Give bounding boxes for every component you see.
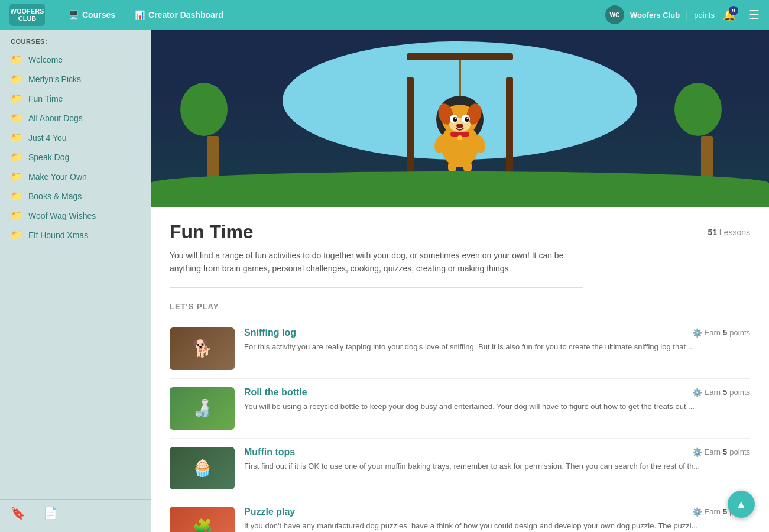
lesson-title-row: Roll the bottle ⚙️ Earn 5 points — [244, 387, 750, 398]
section-label: LET'S PLAY — [170, 302, 750, 311]
lesson-title: Roll the bottle — [244, 387, 307, 398]
sidebar-item-all-about-dogs[interactable]: 📁All About Dogs — [0, 108, 151, 128]
sidebar-item-label: All About Dogs — [28, 113, 83, 123]
nav-right: WC Woofers Club | points 🔔 9 ☰ — [605, 5, 760, 24]
sidebar-item-elf-hound-xmas[interactable]: 📁Elf Hound Xmas — [0, 225, 151, 245]
svg-point-13 — [457, 135, 462, 140]
svg-point-10 — [467, 118, 469, 119]
course-title: Fun Time — [170, 221, 254, 243]
lesson-description: You will be using a recycled bottle to k… — [244, 401, 750, 413]
lesson-thumbnail-puzzle-play: 🧩 — [170, 507, 235, 532]
lesson-item-muffin-tops[interactable]: 🧁 Muffin tops ⚙️ Earn 5 points First fin… — [170, 439, 750, 498]
folder-icon: 📁 — [11, 210, 22, 221]
lesson-item-puzzle-play[interactable]: 🧩 Puzzle play ⚙️ Earn 5 points If you do… — [170, 498, 750, 532]
sidebar-bottom: 🔖 📄 — [0, 499, 151, 526]
lesson-item-roll-the-bottle[interactable]: 🍶 Roll the bottle ⚙️ Earn 5 points You w… — [170, 379, 750, 439]
sidebar-section-label: COURSES: — [0, 38, 151, 50]
tree-left — [198, 83, 228, 177]
sidebar-item-woof-wag-wishes[interactable]: 📁Woof Wag Wishes — [0, 206, 151, 225]
sidebar-item-label: Merlyn's Picks — [28, 74, 81, 84]
svg-rect-15 — [463, 161, 472, 172]
sidebar: COURSES: 📁Welcome📁Merlyn's Picks📁Fun Tim… — [0, 30, 151, 532]
points-gear-icon: ⚙️ — [692, 447, 702, 457]
swing-post-left — [407, 77, 414, 183]
fab-button[interactable]: ▲ — [728, 491, 755, 518]
tree-top-left — [180, 83, 228, 136]
course-description: You will find a range of fun activities … — [170, 249, 583, 288]
lesson-title-row: Puzzle play ⚙️ Earn 5 points — [244, 507, 750, 517]
svg-rect-14 — [448, 161, 456, 172]
lessons-label: Lessons — [719, 228, 750, 237]
earn-points: ⚙️ Earn 5 points — [692, 447, 750, 457]
hero-ground — [151, 171, 769, 207]
sidebar-item-merlyns-picks[interactable]: 📁Merlyn's Picks — [0, 69, 151, 89]
points-number: 5 — [723, 388, 727, 397]
content-area: Fun Time 51 Lessons You will find a rang… — [151, 30, 769, 532]
earn-label: Earn — [705, 388, 721, 397]
earn-points: ⚙️ Earn 5 points — [692, 328, 750, 338]
lesson-title: Sniffing log — [244, 327, 296, 338]
dog-character — [424, 80, 495, 174]
sidebar-item-speak-dog[interactable]: 📁Speak Dog — [0, 147, 151, 167]
folder-icon: 📁 — [11, 112, 22, 124]
document-icon[interactable]: 📄 — [43, 506, 58, 520]
folder-icon: 📁 — [11, 132, 22, 143]
avatar[interactable]: WC — [605, 5, 624, 24]
sidebar-item-label: Welcome — [28, 55, 63, 64]
points-gear-icon: ⚙️ — [692, 388, 702, 397]
points-text: points — [729, 328, 750, 337]
points-label: points — [694, 11, 715, 20]
sidebar-item-books-mags[interactable]: 📁Books & Mags — [0, 186, 151, 206]
lesson-thumbnail-roll-the-bottle: 🍶 — [170, 387, 235, 430]
hamburger-menu[interactable]: ☰ — [749, 8, 760, 22]
notification-bell[interactable]: 🔔 9 — [721, 6, 738, 24]
sidebar-item-label: Books & Mags — [28, 192, 82, 201]
creator-dashboard-label: Creator Dashboard — [148, 10, 223, 20]
user-label: Woofers Club — [630, 11, 680, 20]
folder-icon: 📁 — [11, 229, 22, 241]
courses-nav-link[interactable]: 🖥️ Courses — [59, 10, 125, 20]
lesson-thumbnail-muffin-tops: 🧁 — [170, 447, 235, 489]
hero-banner — [151, 30, 769, 207]
logo: WOOFERS CLUB — [9, 4, 45, 26]
points-number: 5 — [723, 507, 727, 516]
lesson-item-sniffing-log[interactable]: 🐕 Sniffing log ⚙️ Earn 5 points For this… — [170, 319, 750, 379]
sidebar-item-label: Speak Dog — [28, 153, 69, 162]
lessons-count-number: 51 — [708, 228, 717, 237]
logo-area[interactable]: WOOFERS CLUB — [9, 4, 45, 26]
tree-trunk-right — [701, 136, 713, 177]
course-header: Fun Time 51 Lessons — [170, 221, 750, 243]
earn-label: Earn — [705, 328, 721, 337]
sidebar-item-label: Make Your Own — [28, 172, 87, 181]
lesson-info-roll-the-bottle: Roll the bottle ⚙️ Earn 5 points You wil… — [244, 387, 750, 413]
sidebar-item-make-your-own[interactable]: 📁Make Your Own — [0, 167, 151, 186]
nav-links: 🖥️ Courses 📊 Creator Dashboard — [59, 8, 605, 22]
tree-top-right — [674, 83, 722, 136]
lesson-description: For this activity you are really tapping… — [244, 341, 750, 353]
points-text: points — [729, 388, 750, 397]
folder-icon: 📁 — [11, 54, 22, 65]
sidebar-item-fun-time[interactable]: 📁Fun Time — [0, 89, 151, 108]
tree-right — [692, 83, 722, 177]
swing-bar — [407, 53, 513, 60]
svg-point-7 — [455, 118, 457, 119]
creator-dashboard-nav-link[interactable]: 📊 Creator Dashboard — [125, 10, 233, 20]
earn-label: Earn — [705, 507, 721, 516]
sidebar-item-just-4-you[interactable]: 📁Just 4 You — [0, 128, 151, 147]
points-number: 5 — [723, 328, 727, 337]
sidebar-item-welcome[interactable]: 📁Welcome — [0, 50, 151, 69]
lesson-info-muffin-tops: Muffin tops ⚙️ Earn 5 points First find … — [244, 447, 750, 472]
bookmark-icon[interactable]: 🔖 — [11, 506, 25, 520]
earn-points: ⚙️ Earn 5 points — [692, 388, 750, 397]
lessons-list: 🐕 Sniffing log ⚙️ Earn 5 points For this… — [170, 319, 750, 532]
lesson-title: Muffin tops — [244, 447, 295, 458]
points-text: points — [729, 447, 750, 456]
lesson-description: First find out if it is OK to use one of… — [244, 460, 750, 472]
lesson-thumbnail-sniffing-log: 🐕 — [170, 327, 235, 370]
tree-trunk-left — [207, 136, 219, 177]
sidebar-items: 📁Welcome📁Merlyn's Picks📁Fun Time📁All Abo… — [0, 50, 151, 245]
points-gear-icon: ⚙️ — [692, 328, 702, 338]
folder-icon: 📁 — [11, 73, 22, 85]
folder-icon: 📁 — [11, 151, 22, 163]
folder-icon: 📁 — [11, 190, 22, 202]
